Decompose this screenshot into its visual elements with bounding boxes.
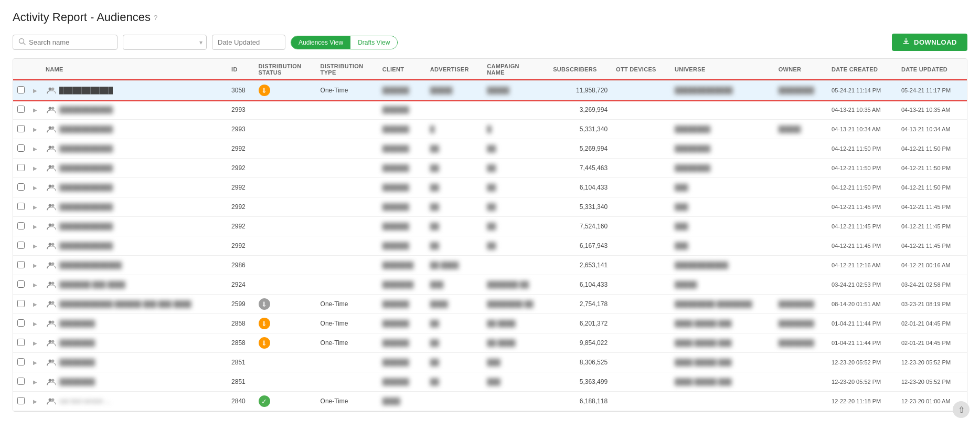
row-client: ██████ bbox=[378, 80, 426, 100]
audience-icon bbox=[46, 279, 57, 290]
table-row: ▶ ████████████ 2992 ██████ ██ ██ 5,269,9… bbox=[13, 139, 967, 159]
row-checkbox[interactable] bbox=[17, 222, 25, 229]
search-input[interactable] bbox=[29, 38, 112, 46]
row-checkbox[interactable] bbox=[17, 106, 25, 113]
svg-point-21 bbox=[51, 263, 54, 265]
row-client: ██████ bbox=[378, 217, 426, 236]
table-row: ▶ ██████████████ 2986 ███████ ██ ████ 2,… bbox=[13, 256, 967, 275]
row-ott bbox=[612, 139, 670, 159]
row-expand-cell[interactable]: ▶ bbox=[29, 256, 41, 275]
help-icon[interactable]: ? bbox=[154, 14, 157, 22]
expand-icon: ▶ bbox=[33, 360, 37, 365]
svg-point-12 bbox=[49, 185, 51, 187]
row-expand-cell[interactable]: ▶ bbox=[29, 333, 41, 353]
svg-point-24 bbox=[49, 301, 51, 304]
row-id: 2858 bbox=[227, 314, 254, 333]
table-row: ▶ ████████████ 2992 ██████ ██ ██ 6,104,4… bbox=[13, 178, 967, 197]
row-name: ████████████ bbox=[59, 126, 113, 133]
row-checkbox[interactable] bbox=[17, 203, 25, 210]
row-checkbox[interactable] bbox=[17, 261, 25, 268]
row-expand-cell[interactable]: ▶ bbox=[29, 275, 41, 295]
svg-point-30 bbox=[49, 360, 51, 362]
row-checkbox[interactable] bbox=[17, 378, 25, 385]
row-name-cell: ████████████ bbox=[41, 217, 227, 236]
row-checkbox[interactable] bbox=[17, 183, 25, 191]
table-row: ▶ ███████ ███ ████ 2924 ███████ ███ ████… bbox=[13, 275, 967, 295]
row-checkbox[interactable] bbox=[17, 339, 25, 346]
row-advertiser: ██ bbox=[426, 159, 483, 178]
date-filter-input[interactable] bbox=[212, 35, 285, 50]
svg-point-9 bbox=[51, 146, 54, 149]
row-universe: ███ bbox=[670, 217, 774, 236]
row-dist-status bbox=[254, 120, 316, 139]
table-header: NAME ID DISTRIBUTIONSTATUS DISTRIBUTIONT… bbox=[13, 59, 967, 80]
row-owner bbox=[774, 236, 827, 256]
row-expand-cell[interactable]: ▶ bbox=[29, 392, 41, 411]
row-checkbox[interactable] bbox=[17, 125, 25, 132]
row-date-created: 04-12-21 11:50 PM bbox=[827, 178, 897, 197]
row-name: ████████████ bbox=[59, 203, 113, 211]
row-expand-cell[interactable]: ▶ bbox=[29, 100, 41, 120]
row-expand-cell[interactable]: ▶ bbox=[29, 372, 41, 392]
row-name: ████████████ bbox=[59, 106, 113, 113]
search-icon bbox=[18, 38, 26, 47]
row-checkbox[interactable] bbox=[17, 397, 25, 404]
download-button[interactable]: DOWNLOAD bbox=[892, 34, 967, 51]
row-checkbox[interactable] bbox=[17, 300, 25, 307]
row-expand-cell[interactable]: ▶ bbox=[29, 120, 41, 139]
row-checkbox[interactable] bbox=[17, 280, 25, 288]
row-ott bbox=[612, 217, 670, 236]
row-expand-cell[interactable]: ▶ bbox=[29, 236, 41, 256]
row-checkbox[interactable] bbox=[17, 242, 25, 249]
row-name: ████████████ bbox=[59, 223, 113, 230]
th-subscribers: SUBSCRIBERS bbox=[549, 59, 612, 80]
row-name-cell: ████████████ bbox=[41, 197, 227, 217]
row-expand-cell[interactable]: ▶ bbox=[29, 139, 41, 159]
row-checkbox[interactable] bbox=[17, 319, 25, 327]
row-expand-cell[interactable]: ▶ bbox=[29, 80, 41, 100]
row-campaign: ██ bbox=[483, 236, 549, 256]
row-expand-cell[interactable]: ▶ bbox=[29, 217, 41, 236]
row-expand-cell[interactable]: ▶ bbox=[29, 159, 41, 178]
row-checkbox-cell bbox=[13, 120, 29, 139]
row-expand-cell[interactable]: ▶ bbox=[29, 314, 41, 333]
row-name: ████████ bbox=[59, 378, 95, 385]
row-dist-type: One-Time bbox=[316, 392, 378, 411]
row-checkbox-cell bbox=[13, 256, 29, 275]
row-name-cell: ████████████ bbox=[41, 159, 227, 178]
status-icon-download-orange: ⇓ bbox=[259, 85, 270, 96]
row-universe: █████████ ████████ bbox=[670, 295, 774, 314]
row-checkbox[interactable] bbox=[17, 86, 25, 93]
row-checkbox[interactable] bbox=[17, 358, 25, 365]
row-advertiser: █████ bbox=[426, 80, 483, 100]
svg-point-15 bbox=[51, 204, 54, 207]
row-expand-cell[interactable]: ▶ bbox=[29, 178, 41, 197]
row-ott bbox=[612, 295, 670, 314]
row-subscribers: 6,188,118 bbox=[549, 392, 612, 411]
row-date-updated: 04-12-21 11:50 PM bbox=[897, 139, 967, 159]
row-checkbox[interactable] bbox=[17, 164, 25, 171]
row-subscribers: 5,331,340 bbox=[549, 197, 612, 217]
audience-icon bbox=[46, 298, 57, 310]
row-expand-cell[interactable]: ▶ bbox=[29, 353, 41, 372]
row-checkbox-cell bbox=[13, 295, 29, 314]
row-id: 2993 bbox=[227, 100, 254, 120]
drafts-view-button[interactable]: Drafts View bbox=[350, 36, 397, 49]
view-toggle: Audiences View Drafts View bbox=[291, 36, 398, 49]
row-expand-cell[interactable]: ▶ bbox=[29, 295, 41, 314]
row-expand-cell[interactable]: ▶ bbox=[29, 197, 41, 217]
audience-icon bbox=[46, 162, 57, 174]
row-universe: ████ █████ ███ bbox=[670, 333, 774, 353]
table-row: ▶ ████████ 2858 ⇓ One-Time ██████ ██ ██ … bbox=[13, 314, 967, 333]
table-row: ▶ ████████ 2858 ⇓ One-Time ██████ ██ ██ … bbox=[13, 333, 967, 353]
filter-dropdown[interactable] bbox=[123, 35, 207, 50]
row-dist-status bbox=[254, 159, 316, 178]
scroll-to-top-button[interactable]: ⇧ bbox=[953, 401, 970, 418]
row-subscribers: 6,201,372 bbox=[549, 314, 612, 333]
row-date-created: 04-12-21 11:45 PM bbox=[827, 217, 897, 236]
table-row: ▶ ████████████ 2993 ██████ █ █ 5,331,340… bbox=[13, 120, 967, 139]
row-checkbox[interactable] bbox=[17, 144, 25, 152]
row-id: 3058 bbox=[227, 80, 254, 100]
audiences-view-button[interactable]: Audiences View bbox=[291, 36, 350, 49]
status-icon-download-orange: ⇓ bbox=[259, 318, 270, 329]
